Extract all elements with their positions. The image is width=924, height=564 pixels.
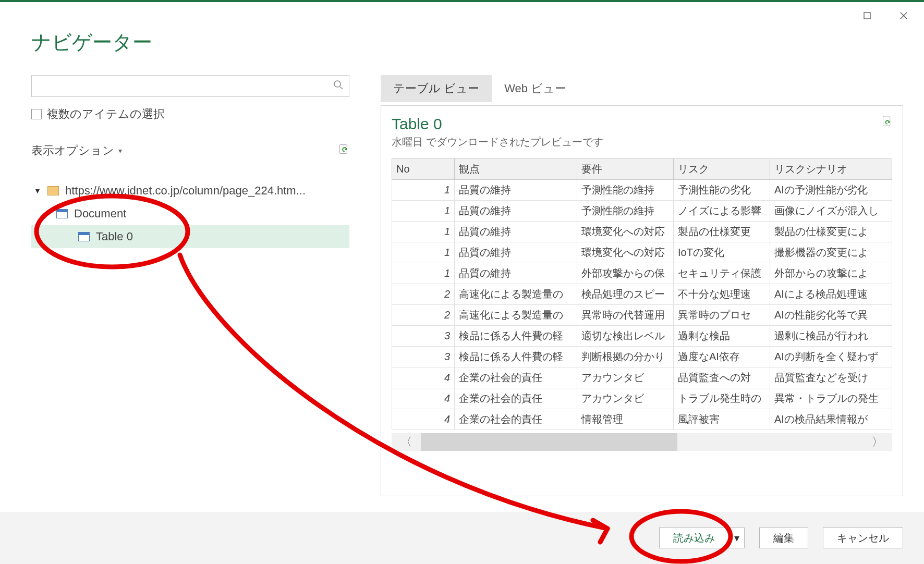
cell-risk: 品質監査への対 bbox=[674, 367, 770, 388]
refresh-preview-button[interactable] bbox=[882, 115, 892, 130]
cell-no: 4 bbox=[392, 388, 455, 409]
tree-table0-node[interactable]: Table 0 bbox=[31, 225, 349, 248]
load-button[interactable]: 読み込み bbox=[659, 528, 729, 548]
edit-button[interactable]: 編集 bbox=[759, 528, 808, 548]
cell-scenario: 画像にノイズが混入し bbox=[770, 201, 892, 222]
refresh-tree-button[interactable] bbox=[338, 143, 349, 158]
cell-requirement: 検品処理のスピー bbox=[577, 284, 674, 305]
table-row[interactable]: 2高速化による製造量の検品処理のスピー不十分な処理速AIによる検品処理速 bbox=[392, 284, 892, 305]
cell-no: 1 bbox=[392, 263, 455, 284]
preview-table: No 観点 要件 リスク リスクシナリオ 1品質の維持予測性能の維持予測性能の劣… bbox=[392, 158, 892, 430]
col-requirement[interactable]: 要件 bbox=[577, 159, 674, 180]
col-scenario[interactable]: リスクシナリオ bbox=[770, 159, 892, 180]
tab-table-view[interactable]: テーブル ビュー bbox=[381, 75, 492, 102]
cell-viewpoint: 検品に係る人件費の軽 bbox=[455, 347, 577, 367]
cell-requirement: 予測性能の維持 bbox=[577, 180, 674, 201]
cell-risk: 風評被害 bbox=[674, 409, 770, 430]
svg-rect-0 bbox=[864, 13, 870, 19]
cancel-button[interactable]: キャンセル bbox=[823, 528, 903, 548]
table-row[interactable]: 1品質の維持予測性能の維持ノイズによる影響画像にノイズが混入し bbox=[392, 201, 892, 222]
preview-pane: Table 0 水曜日 でダウンロードされたプレビューです No 観点 要件 リ… bbox=[381, 105, 903, 496]
display-options-label: 表示オプション bbox=[31, 143, 114, 158]
table-row[interactable]: 3検品に係る人件費の軽適切な検出レベル過剰な検品過剰に検品が行われ bbox=[392, 326, 892, 347]
tree-document-label: Document bbox=[74, 207, 126, 220]
cell-requirement: 情報管理 bbox=[577, 409, 674, 430]
cell-requirement: 環境変化への対応 bbox=[577, 242, 674, 263]
cell-no: 4 bbox=[392, 409, 455, 430]
navigator-tree: ▼ https://www.idnet.co.jp/column/page_22… bbox=[31, 179, 349, 248]
collapse-icon[interactable]: ▼ bbox=[34, 187, 41, 195]
cell-no: 2 bbox=[392, 284, 455, 305]
cell-no: 1 bbox=[392, 180, 455, 201]
display-options-dropdown[interactable]: 表示オプション ▾ bbox=[31, 143, 122, 158]
table-icon bbox=[56, 209, 68, 218]
cell-viewpoint: 企業の社会的責任 bbox=[455, 409, 577, 430]
cell-requirement: 判断根拠の分かり bbox=[577, 347, 674, 367]
cell-risk: 異常時のプロセ bbox=[674, 305, 770, 326]
preview-subtitle: 水曜日 でダウンロードされたプレビューです bbox=[392, 135, 892, 149]
chevron-down-icon: ▾ bbox=[118, 146, 122, 155]
table-row[interactable]: 4企業の社会的責任アカウンタビ品質監査への対品質監査などを受け bbox=[392, 367, 892, 388]
cell-viewpoint: 高速化による製造量の bbox=[455, 284, 577, 305]
cell-requirement: 適切な検出レベル bbox=[577, 326, 674, 347]
cell-scenario: AIの判断を全く疑わず bbox=[770, 347, 892, 367]
multiselect-checkbox[interactable] bbox=[31, 109, 42, 119]
horizontal-scrollbar[interactable]: 〈 〉 bbox=[392, 433, 892, 451]
table-row[interactable]: 1品質の維持外部攻撃からの保セキュリティ保護外部からの攻撃によ bbox=[392, 263, 892, 284]
cell-requirement: 外部攻撃からの保 bbox=[577, 263, 674, 284]
load-dropdown-button[interactable]: ▾ bbox=[729, 528, 745, 548]
scroll-track[interactable] bbox=[421, 433, 863, 451]
col-risk[interactable]: リスク bbox=[674, 159, 770, 180]
cell-no: 3 bbox=[392, 326, 455, 347]
tree-root-node[interactable]: ▼ https://www.idnet.co.jp/column/page_22… bbox=[31, 179, 349, 202]
cell-risk: 不十分な処理速 bbox=[674, 284, 770, 305]
cell-requirement: アカウンタビ bbox=[577, 388, 674, 409]
tree-table0-label: Table 0 bbox=[96, 230, 133, 243]
cell-viewpoint: 企業の社会的責任 bbox=[455, 367, 577, 388]
cell-risk: トラブル発生時の bbox=[674, 388, 770, 409]
cell-requirement: 予測性能の維持 bbox=[577, 201, 674, 222]
display-options-row: 表示オプション ▾ bbox=[31, 143, 349, 158]
svg-point-1 bbox=[334, 81, 341, 87]
folder-icon bbox=[47, 186, 59, 195]
table-row[interactable]: 2高速化による製造量の異常時の代替運用異常時のプロセAIの性能劣化等で異 bbox=[392, 305, 892, 326]
cell-viewpoint: 企業の社会的責任 bbox=[455, 388, 577, 409]
table-row[interactable]: 4企業の社会的責任アカウンタビトラブル発生時の異常・トラブルの発生 bbox=[392, 388, 892, 409]
load-split-button: 読み込み ▾ bbox=[659, 528, 745, 548]
cell-risk: IoTの変化 bbox=[674, 242, 770, 263]
navigator-dialog: ナビゲーター 複数のアイテムの選択 表示オプション ▾ ▼ bbox=[0, 0, 924, 564]
window-controls bbox=[856, 7, 915, 24]
cell-viewpoint: 品質の維持 bbox=[455, 180, 577, 201]
search-input[interactable] bbox=[37, 80, 333, 92]
search-icon bbox=[333, 80, 344, 92]
scroll-left-button[interactable]: 〈 bbox=[392, 434, 421, 450]
scroll-thumb[interactable] bbox=[421, 433, 677, 451]
cell-viewpoint: 品質の維持 bbox=[455, 242, 577, 263]
col-no[interactable]: No bbox=[392, 159, 455, 180]
table-row[interactable]: 4企業の社会的責任情報管理風評被害AIの検品結果情報が bbox=[392, 409, 892, 430]
table-row[interactable]: 1品質の維持予測性能の維持予測性能の劣化AIの予測性能が劣化 bbox=[392, 180, 892, 201]
col-viewpoint[interactable]: 観点 bbox=[455, 159, 577, 180]
cell-scenario: 撮影機器の変更によ bbox=[770, 242, 892, 263]
tab-web-view[interactable]: Web ビュー bbox=[492, 75, 579, 102]
table-row[interactable]: 1品質の維持環境変化への対応製品の仕様変更製品の仕様変更によ bbox=[392, 222, 892, 242]
cell-scenario: AIの予測性能が劣化 bbox=[770, 180, 892, 201]
maximize-button[interactable] bbox=[856, 7, 878, 24]
cell-scenario: 製品の仕様変更によ bbox=[770, 222, 892, 242]
close-button[interactable] bbox=[893, 7, 915, 24]
cell-no: 3 bbox=[392, 347, 455, 367]
cell-no: 1 bbox=[392, 222, 455, 242]
tree-root-label: https://www.idnet.co.jp/column/page_224.… bbox=[65, 184, 306, 198]
table-row[interactable]: 1品質の維持環境変化への対応IoTの変化撮影機器の変更によ bbox=[392, 242, 892, 263]
cell-risk: 過剰な検品 bbox=[674, 326, 770, 347]
multiselect-row[interactable]: 複数のアイテムの選択 bbox=[31, 106, 349, 122]
table-row[interactable]: 3検品に係る人件費の軽判断根拠の分かり過度なAI依存AIの判断を全く疑わず bbox=[392, 347, 892, 367]
cell-scenario: 外部からの攻撃によ bbox=[770, 263, 892, 284]
preview-title: Table 0 bbox=[392, 115, 892, 133]
tree-document-node[interactable]: Document bbox=[31, 202, 349, 225]
cell-requirement: 環境変化への対応 bbox=[577, 222, 674, 242]
cell-viewpoint: 高速化による製造量の bbox=[455, 305, 577, 326]
scroll-right-button[interactable]: 〉 bbox=[863, 434, 892, 450]
search-box[interactable] bbox=[31, 75, 349, 97]
cell-no: 1 bbox=[392, 201, 455, 222]
